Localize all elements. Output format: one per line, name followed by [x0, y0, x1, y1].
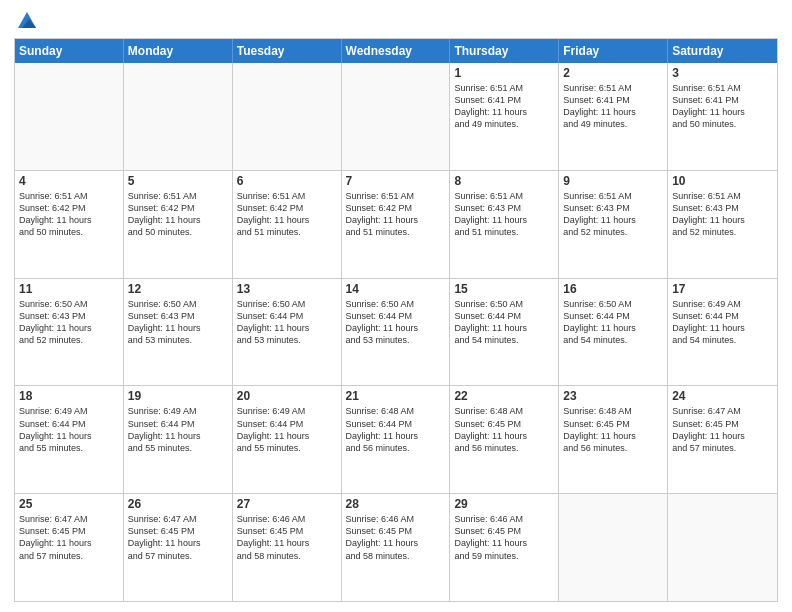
calendar: SundayMondayTuesdayWednesdayThursdayFrid…: [14, 38, 778, 602]
day-info: Sunrise: 6:46 AM Sunset: 6:45 PM Dayligh…: [237, 513, 337, 562]
day-info: Sunrise: 6:51 AM Sunset: 6:43 PM Dayligh…: [454, 190, 554, 239]
calendar-week-row: 1Sunrise: 6:51 AM Sunset: 6:41 PM Daylig…: [15, 63, 777, 171]
day-number: 6: [237, 174, 337, 188]
day-info: Sunrise: 6:51 AM Sunset: 6:41 PM Dayligh…: [672, 82, 773, 131]
day-number: 8: [454, 174, 554, 188]
day-number: 20: [237, 389, 337, 403]
day-number: 3: [672, 66, 773, 80]
day-number: 19: [128, 389, 228, 403]
calendar-cell: 4Sunrise: 6:51 AM Sunset: 6:42 PM Daylig…: [15, 171, 124, 278]
calendar-cell: [233, 63, 342, 170]
calendar-day-header: Tuesday: [233, 39, 342, 63]
day-info: Sunrise: 6:49 AM Sunset: 6:44 PM Dayligh…: [672, 298, 773, 347]
calendar-cell: 27Sunrise: 6:46 AM Sunset: 6:45 PM Dayli…: [233, 494, 342, 601]
calendar-day-header: Thursday: [450, 39, 559, 63]
day-number: 1: [454, 66, 554, 80]
day-number: 5: [128, 174, 228, 188]
day-info: Sunrise: 6:50 AM Sunset: 6:44 PM Dayligh…: [563, 298, 663, 347]
calendar-cell: [668, 494, 777, 601]
day-number: 14: [346, 282, 446, 296]
calendar-cell: 16Sunrise: 6:50 AM Sunset: 6:44 PM Dayli…: [559, 279, 668, 386]
calendar-cell: 23Sunrise: 6:48 AM Sunset: 6:45 PM Dayli…: [559, 386, 668, 493]
day-info: Sunrise: 6:47 AM Sunset: 6:45 PM Dayligh…: [128, 513, 228, 562]
calendar-body: 1Sunrise: 6:51 AM Sunset: 6:41 PM Daylig…: [15, 63, 777, 601]
day-number: 16: [563, 282, 663, 296]
day-number: 21: [346, 389, 446, 403]
day-number: 22: [454, 389, 554, 403]
calendar-cell: 17Sunrise: 6:49 AM Sunset: 6:44 PM Dayli…: [668, 279, 777, 386]
day-number: 10: [672, 174, 773, 188]
day-info: Sunrise: 6:51 AM Sunset: 6:41 PM Dayligh…: [563, 82, 663, 131]
day-number: 26: [128, 497, 228, 511]
day-number: 12: [128, 282, 228, 296]
calendar-week-row: 25Sunrise: 6:47 AM Sunset: 6:45 PM Dayli…: [15, 494, 777, 601]
day-info: Sunrise: 6:50 AM Sunset: 6:44 PM Dayligh…: [237, 298, 337, 347]
day-info: Sunrise: 6:48 AM Sunset: 6:45 PM Dayligh…: [454, 405, 554, 454]
calendar-cell: 3Sunrise: 6:51 AM Sunset: 6:41 PM Daylig…: [668, 63, 777, 170]
calendar-cell: 19Sunrise: 6:49 AM Sunset: 6:44 PM Dayli…: [124, 386, 233, 493]
day-number: 11: [19, 282, 119, 296]
day-number: 18: [19, 389, 119, 403]
calendar-cell: [559, 494, 668, 601]
calendar-day-header: Monday: [124, 39, 233, 63]
day-number: 13: [237, 282, 337, 296]
day-info: Sunrise: 6:50 AM Sunset: 6:44 PM Dayligh…: [346, 298, 446, 347]
day-number: 2: [563, 66, 663, 80]
calendar-cell: 21Sunrise: 6:48 AM Sunset: 6:44 PM Dayli…: [342, 386, 451, 493]
day-info: Sunrise: 6:50 AM Sunset: 6:43 PM Dayligh…: [128, 298, 228, 347]
day-info: Sunrise: 6:46 AM Sunset: 6:45 PM Dayligh…: [346, 513, 446, 562]
calendar-week-row: 4Sunrise: 6:51 AM Sunset: 6:42 PM Daylig…: [15, 171, 777, 279]
logo: [14, 10, 38, 32]
day-number: 17: [672, 282, 773, 296]
calendar-cell: 2Sunrise: 6:51 AM Sunset: 6:41 PM Daylig…: [559, 63, 668, 170]
calendar-day-header: Sunday: [15, 39, 124, 63]
day-info: Sunrise: 6:49 AM Sunset: 6:44 PM Dayligh…: [128, 405, 228, 454]
calendar-cell: 6Sunrise: 6:51 AM Sunset: 6:42 PM Daylig…: [233, 171, 342, 278]
calendar-day-header: Friday: [559, 39, 668, 63]
calendar-cell: 18Sunrise: 6:49 AM Sunset: 6:44 PM Dayli…: [15, 386, 124, 493]
calendar-header-row: SundayMondayTuesdayWednesdayThursdayFrid…: [15, 39, 777, 63]
calendar-week-row: 18Sunrise: 6:49 AM Sunset: 6:44 PM Dayli…: [15, 386, 777, 494]
day-number: 15: [454, 282, 554, 296]
day-number: 24: [672, 389, 773, 403]
day-info: Sunrise: 6:51 AM Sunset: 6:42 PM Dayligh…: [128, 190, 228, 239]
calendar-day-header: Wednesday: [342, 39, 451, 63]
calendar-cell: 1Sunrise: 6:51 AM Sunset: 6:41 PM Daylig…: [450, 63, 559, 170]
day-info: Sunrise: 6:46 AM Sunset: 6:45 PM Dayligh…: [454, 513, 554, 562]
calendar-cell: 5Sunrise: 6:51 AM Sunset: 6:42 PM Daylig…: [124, 171, 233, 278]
calendar-week-row: 11Sunrise: 6:50 AM Sunset: 6:43 PM Dayli…: [15, 279, 777, 387]
day-info: Sunrise: 6:50 AM Sunset: 6:44 PM Dayligh…: [454, 298, 554, 347]
calendar-cell: 11Sunrise: 6:50 AM Sunset: 6:43 PM Dayli…: [15, 279, 124, 386]
header: [14, 10, 778, 32]
day-info: Sunrise: 6:49 AM Sunset: 6:44 PM Dayligh…: [19, 405, 119, 454]
calendar-cell: 24Sunrise: 6:47 AM Sunset: 6:45 PM Dayli…: [668, 386, 777, 493]
calendar-cell: 10Sunrise: 6:51 AM Sunset: 6:43 PM Dayli…: [668, 171, 777, 278]
calendar-cell: 25Sunrise: 6:47 AM Sunset: 6:45 PM Dayli…: [15, 494, 124, 601]
day-info: Sunrise: 6:51 AM Sunset: 6:42 PM Dayligh…: [237, 190, 337, 239]
day-info: Sunrise: 6:49 AM Sunset: 6:44 PM Dayligh…: [237, 405, 337, 454]
day-number: 4: [19, 174, 119, 188]
day-info: Sunrise: 6:51 AM Sunset: 6:43 PM Dayligh…: [672, 190, 773, 239]
calendar-cell: 13Sunrise: 6:50 AM Sunset: 6:44 PM Dayli…: [233, 279, 342, 386]
day-info: Sunrise: 6:51 AM Sunset: 6:42 PM Dayligh…: [346, 190, 446, 239]
day-info: Sunrise: 6:47 AM Sunset: 6:45 PM Dayligh…: [19, 513, 119, 562]
calendar-cell: 28Sunrise: 6:46 AM Sunset: 6:45 PM Dayli…: [342, 494, 451, 601]
day-info: Sunrise: 6:51 AM Sunset: 6:41 PM Dayligh…: [454, 82, 554, 131]
day-info: Sunrise: 6:47 AM Sunset: 6:45 PM Dayligh…: [672, 405, 773, 454]
day-number: 25: [19, 497, 119, 511]
calendar-cell: 26Sunrise: 6:47 AM Sunset: 6:45 PM Dayli…: [124, 494, 233, 601]
calendar-cell: 29Sunrise: 6:46 AM Sunset: 6:45 PM Dayli…: [450, 494, 559, 601]
day-number: 7: [346, 174, 446, 188]
calendar-cell: [124, 63, 233, 170]
day-info: Sunrise: 6:51 AM Sunset: 6:43 PM Dayligh…: [563, 190, 663, 239]
calendar-cell: [342, 63, 451, 170]
calendar-cell: 15Sunrise: 6:50 AM Sunset: 6:44 PM Dayli…: [450, 279, 559, 386]
calendar-cell: 14Sunrise: 6:50 AM Sunset: 6:44 PM Dayli…: [342, 279, 451, 386]
calendar-cell: 9Sunrise: 6:51 AM Sunset: 6:43 PM Daylig…: [559, 171, 668, 278]
day-info: Sunrise: 6:51 AM Sunset: 6:42 PM Dayligh…: [19, 190, 119, 239]
calendar-cell: 20Sunrise: 6:49 AM Sunset: 6:44 PM Dayli…: [233, 386, 342, 493]
day-info: Sunrise: 6:48 AM Sunset: 6:45 PM Dayligh…: [563, 405, 663, 454]
calendar-day-header: Saturday: [668, 39, 777, 63]
day-number: 28: [346, 497, 446, 511]
day-number: 23: [563, 389, 663, 403]
